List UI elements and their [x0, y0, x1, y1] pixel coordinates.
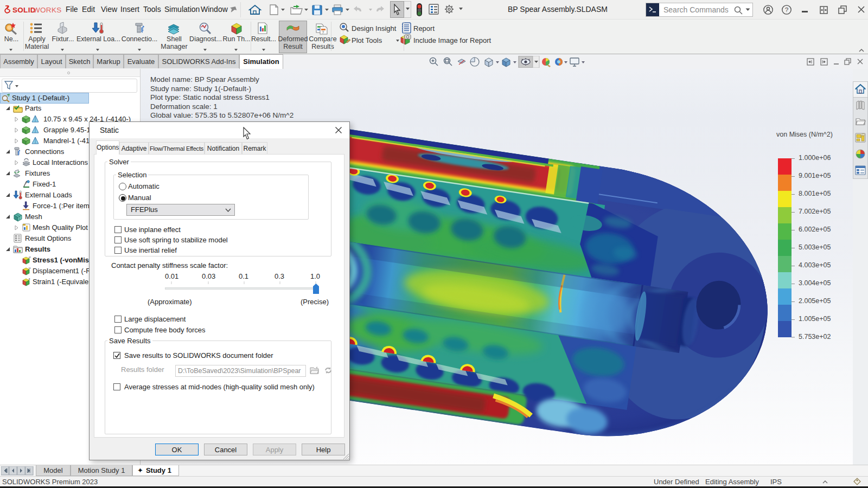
svg-text:SOLID: SOLID	[12, 6, 36, 14]
svg-text:?: ?	[785, 6, 789, 14]
svg-text:WORKS: WORKS	[33, 6, 62, 14]
